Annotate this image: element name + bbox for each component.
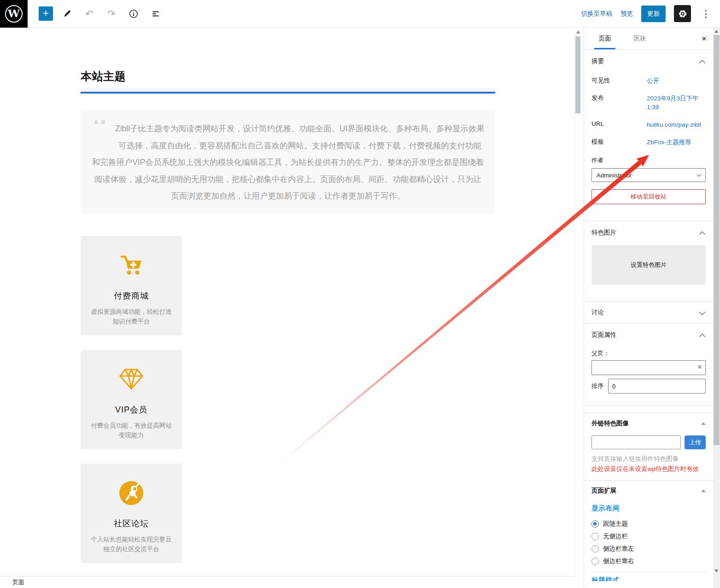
undo-icon: ↶: [85, 8, 94, 19]
clear-icon[interactable]: ×: [697, 363, 702, 372]
radio-sidebar-left[interactable]: 侧边栏靠左: [591, 544, 706, 553]
panel-featured-image: 特色图片 设置特色图片: [584, 221, 713, 302]
scrollbar-down-arrow-icon[interactable]: [714, 570, 718, 572]
edit-tool-button[interactable]: [59, 6, 75, 22]
sidebar-scrollbar-thumb[interactable]: [714, 35, 720, 445]
card-title: VIP会员: [89, 404, 174, 415]
chevron-down-icon: [697, 172, 702, 177]
order-label: 排序: [591, 382, 608, 390]
astronaut-icon: [89, 480, 174, 506]
triangle-up-icon: [701, 422, 706, 425]
tab-block[interactable]: 区块: [626, 28, 654, 49]
author-select-value: Administrator: [597, 172, 632, 179]
panel-summary: 摘要 可见性 公开 发布 2023年9月3日下午 1:39 URL huliku…: [584, 50, 713, 221]
template-link[interactable]: ZbFox-主题推荐: [647, 138, 706, 147]
radio-icon: [591, 520, 599, 528]
undo-button[interactable]: ↶: [82, 6, 97, 22]
parent-page-input[interactable]: [591, 360, 706, 375]
update-button[interactable]: 更新: [641, 6, 666, 22]
card-description: 付费会员功能，有效提高网站变现能力: [89, 421, 174, 440]
scrollbar-up-arrow-icon[interactable]: [576, 30, 580, 34]
move-to-trash-button[interactable]: 移动至回收站: [591, 189, 706, 204]
feature-card-paid-shop[interactable]: 付费商城 虚拟资源商城功能，轻松打造知识付费平台: [81, 236, 182, 335]
wordpress-logo-icon: W: [5, 5, 23, 23]
card-description: 虚拟资源商城功能，轻松打造知识付费平台: [89, 307, 174, 326]
editor-topbar: W + ↶ ↷ 切换至草稿 预览 更新 ⋮: [0, 0, 720, 28]
divider: [591, 572, 706, 572]
metabox-pageext-toggle[interactable]: 页面扩展: [584, 481, 713, 495]
feature-card-vip[interactable]: VIP会员 付费会员功能，有效提高网站变现能力: [81, 350, 182, 449]
radio-icon: [591, 558, 599, 565]
radio-follow-theme[interactable]: 跟随主题: [591, 519, 706, 529]
radio-icon: [591, 545, 599, 553]
order-row: 排序: [591, 379, 706, 394]
next-section-clipped: 标题样式: [591, 576, 706, 581]
add-block-button[interactable]: +: [39, 6, 53, 21]
panel-discussion-toggle[interactable]: 讨论: [584, 302, 713, 317]
separator-block[interactable]: [81, 92, 495, 94]
chevron-up-icon: [699, 231, 705, 237]
breadcrumb[interactable]: 页面: [12, 578, 24, 587]
panel-summary-toggle[interactable]: 摘要: [584, 50, 713, 65]
chevron-down-icon: [699, 309, 705, 315]
row-template: 模板 ZbFox-主题推荐: [591, 138, 706, 147]
radio-no-sidebar[interactable]: 无侧边栏: [591, 532, 706, 541]
row-publish-date: 发布 2023年9月3日下午 1:39: [591, 94, 706, 112]
external-image-url-input[interactable]: [591, 435, 681, 449]
editor-footer: 页面: [0, 576, 575, 588]
row-url: URL huliku.com/pay-zibll: [591, 120, 706, 129]
title-style-heading: 标题样式: [591, 576, 619, 581]
card-title: 社区论坛: [89, 518, 174, 529]
card-title: 付费商城: [89, 290, 174, 301]
cart-plus-icon: [89, 253, 174, 278]
quote-text: Zibll子比主题专为阅读类网站开发，设计简约优雅、功能全面。UI界面模块化、多…: [91, 120, 485, 205]
wordpress-logo-button[interactable]: W: [0, 0, 28, 28]
panel-title: 摘要: [591, 57, 604, 65]
order-input[interactable]: [608, 379, 706, 394]
editor-canvas: 本站主题 “ Zibll子比主题专为阅读类网站开发，设计简约优雅、功能全面。UI…: [0, 28, 574, 576]
radio-icon: [591, 533, 599, 540]
display-layout-heading: 显示布局: [591, 504, 706, 513]
metabox-page-extension: 页面扩展 显示布局 跟随主题 无侧边栏 侧边栏靠左: [584, 480, 713, 588]
chevron-up-icon: [699, 60, 705, 66]
upload-button[interactable]: 上传: [685, 435, 706, 449]
layout-radio-group: 跟随主题 无侧边栏 侧边栏靠左 侧边栏靠右: [591, 519, 706, 566]
sidebar-scrollbar[interactable]: [713, 28, 720, 588]
list-view-icon: [151, 9, 161, 19]
details-button[interactable]: [126, 6, 141, 22]
metabox-external-toggle[interactable]: 外链特色图像: [584, 413, 713, 428]
author-label: 作者: [584, 155, 713, 165]
triangle-up-icon: [701, 489, 706, 492]
panel-page-attributes: 页面属性 父页： × 排序: [584, 323, 713, 406]
diamond-icon: [89, 366, 174, 392]
external-image-row: 上传: [591, 435, 706, 449]
panel-featured-toggle[interactable]: 特色图片: [584, 221, 713, 237]
external-image-help-text: 支持直接输入链接用作特色图像: [591, 455, 706, 463]
post-content: 本站主题 “ Zibll子比主题专为阅读类网站开发，设计简约优雅、功能全面。UI…: [81, 28, 495, 576]
list-view-button[interactable]: [148, 6, 164, 22]
settings-button[interactable]: [674, 5, 691, 22]
publish-date-link[interactable]: 2023年9月3日下午 1:39: [647, 94, 706, 112]
visibility-link[interactable]: 公开: [647, 76, 706, 85]
feature-card-forum[interactable]: 社区论坛 个人站长也能轻松实现完整且独立的社区交流平台: [81, 464, 182, 563]
canvas-scrollbar-thumb[interactable]: [575, 36, 580, 113]
url-link[interactable]: huliku.com/pay-zibll: [647, 120, 706, 129]
author-select[interactable]: Administrator: [591, 168, 706, 182]
chevron-up-icon: [699, 334, 705, 340]
tab-page[interactable]: 页面: [591, 28, 619, 49]
close-sidebar-icon[interactable]: ×: [702, 28, 707, 50]
external-image-warning-text: 此处设置仅在未设置wp特色图片时有效: [591, 465, 706, 473]
canvas-scrollbar[interactable]: [574, 28, 580, 588]
switch-to-draft-link[interactable]: 切换至草稿: [581, 10, 613, 18]
radio-sidebar-right[interactable]: 侧边栏靠右: [591, 557, 706, 566]
options-menu-button[interactable]: ⋮: [699, 8, 713, 19]
scrollbar-up-arrow-icon[interactable]: [714, 30, 718, 33]
toolbar-left-group: + ↶ ↷: [39, 6, 164, 22]
redo-button[interactable]: ↷: [104, 6, 119, 22]
quote-block[interactable]: “ Zibll子比主题专为阅读类网站开发，设计简约优雅、功能全面。UI界面模块化…: [81, 110, 495, 214]
panel-attributes-toggle[interactable]: 页面属性: [584, 323, 713, 339]
preview-link[interactable]: 预览: [620, 10, 633, 18]
post-title[interactable]: 本站主题: [81, 69, 495, 84]
set-featured-image-button[interactable]: 设置特色图片: [591, 245, 706, 285]
info-icon: [129, 9, 139, 19]
